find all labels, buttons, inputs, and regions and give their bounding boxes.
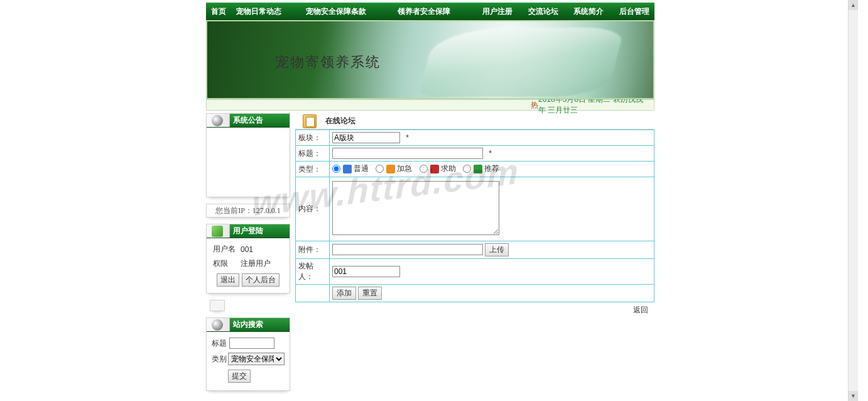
type-label-recommend: 推荐 [484, 163, 499, 174]
forum-section-title: 在线论坛 [325, 116, 355, 126]
ip-box: 您当前IP：127.0.0.1 [206, 204, 290, 217]
scroll-down-arrow[interactable]: ▼ [849, 391, 858, 401]
content-textarea[interactable] [332, 181, 499, 235]
nav-adopter-safety[interactable]: 领养者安全保障 [393, 6, 455, 17]
announce-icon [212, 115, 223, 126]
panel-login-title: 用户登陆 [233, 226, 263, 236]
scroll-up-arrow[interactable]: ▲ [849, 0, 858, 10]
type-radio-help[interactable] [420, 165, 428, 173]
title-input[interactable] [332, 148, 483, 159]
nav-forum[interactable]: 交流论坛 [523, 6, 563, 17]
label-title: 标题： [296, 146, 330, 162]
panel-announce: 系统公告 [206, 113, 290, 197]
search-category-label: 类别 [212, 354, 228, 365]
return-link[interactable]: 返回 [633, 305, 648, 314]
status-bar: 热 2018年5月8日 星期二 农历戊戌年 三月廿三 [206, 99, 654, 111]
announce-body [207, 128, 290, 197]
reset-button[interactable]: 重置 [358, 287, 382, 300]
login-role-label: 权限 [213, 258, 241, 269]
nav-home[interactable]: 首页 [206, 6, 231, 17]
forum-form-table: 板块： * 标题： * 类型： [295, 129, 654, 302]
forum-section-header: 在线论坛 [295, 113, 654, 129]
board-required: * [406, 133, 409, 142]
nav-about[interactable]: 系统简介 [568, 6, 609, 17]
title-required: * [489, 149, 492, 158]
banner: 宠物寄领养系统 [206, 20, 654, 99]
scroll-track[interactable] [849, 10, 858, 391]
type-radio-urgent[interactable] [376, 165, 384, 173]
status-hot-label: 热 [531, 100, 538, 111]
main-navbar: 首页 宠物日常动态 宠物安全保障条款 领养者安全保障 用户注册 交流论坛 系统简… [206, 3, 654, 20]
search-submit-button[interactable]: 提交 [228, 370, 251, 383]
login-icon [212, 226, 223, 237]
label-attachment: 附件： [296, 241, 330, 259]
type-icon-urgent [386, 165, 395, 173]
nav-daily[interactable]: 宠物日常动态 [231, 6, 286, 17]
upload-button[interactable]: 上传 [485, 243, 509, 256]
submit-button[interactable]: 添加 [332, 287, 356, 300]
mini-box [210, 300, 225, 311]
label-content: 内容： [296, 177, 330, 241]
login-username-value: 001 [241, 245, 253, 254]
login-username-label: 用户名 [213, 244, 241, 255]
nav-admin[interactable]: 后台管理 [614, 6, 654, 17]
type-icon-normal [343, 165, 352, 173]
type-radio-recommend[interactable] [463, 165, 471, 173]
label-poster: 发帖人： [296, 259, 330, 285]
panel-search-title: 站内搜索 [233, 319, 263, 330]
label-board: 板块： [296, 130, 330, 146]
search-title-input[interactable] [229, 338, 274, 349]
banner-title: 宠物寄领养系统 [275, 53, 381, 72]
logout-button[interactable]: 退出 [217, 273, 239, 287]
search-category-select[interactable]: 宠物安全保障条款 [228, 353, 285, 365]
type-icon-recommend [474, 165, 482, 173]
type-icon-help [430, 165, 439, 173]
nav-safety-terms[interactable]: 宠物安全保障条款 [301, 6, 371, 17]
forum-icon [303, 114, 317, 128]
vertical-scrollbar[interactable]: ▲ ▼ [848, 0, 858, 401]
attachment-input[interactable] [332, 244, 483, 255]
search-panel-icon [212, 319, 223, 331]
login-role-value: 注册用户 [241, 258, 271, 269]
label-type: 类型： [296, 162, 330, 177]
poster-input[interactable] [332, 266, 400, 277]
board-input[interactable] [332, 132, 400, 143]
search-title-label: 标题 [212, 338, 229, 349]
type-cell: 普通 加急 求助 [330, 162, 654, 177]
personal-admin-button[interactable]: 个人后台 [242, 273, 279, 287]
type-label-help: 求助 [441, 163, 456, 174]
nav-register[interactable]: 用户注册 [477, 6, 518, 17]
panel-search: 站内搜索 标题 类别 宠物安全保障条款 [206, 317, 290, 391]
panel-announce-title: 系统公告 [233, 115, 263, 126]
type-radio-normal[interactable] [332, 165, 340, 173]
type-label-normal: 普通 [354, 163, 369, 174]
panel-login: 用户登陆 用户名 001 权限 注册用户 退出 个人后台 [206, 224, 290, 294]
type-label-urgent: 加急 [397, 163, 412, 174]
